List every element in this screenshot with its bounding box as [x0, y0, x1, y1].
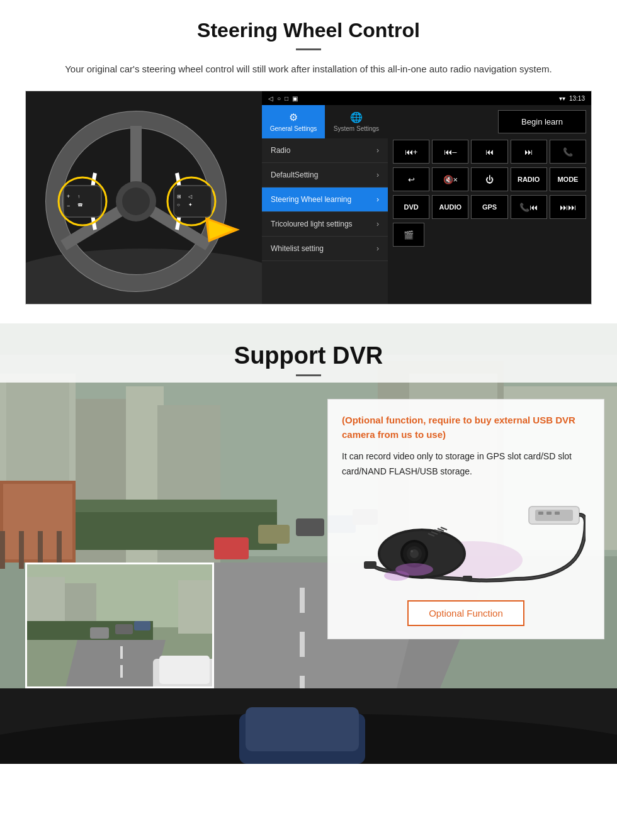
svg-marker-61: [65, 640, 166, 688]
svg-rect-66: [159, 656, 210, 684]
svg-text:−: −: [67, 203, 70, 209]
menu-item-defaultsetting[interactable]: DefaultSetting ›: [262, 163, 388, 188]
android-controls: Begin learn ⏮+ ⏮– ⏮ ⏭ 📞 ↩ 🔇× ⏻: [388, 105, 591, 304]
svg-rect-34: [300, 588, 305, 613]
tab-general-label: General Settings: [270, 125, 317, 132]
status-time: 13:13: [569, 95, 585, 102]
svg-line-86: [441, 527, 447, 530]
ctrl-camera[interactable]: 🎬: [393, 223, 424, 247]
signal-icon: ▾▾: [559, 95, 565, 102]
svg-rect-48: [19, 531, 24, 569]
svg-text:↑: ↑: [77, 194, 80, 199]
optional-function-button[interactable]: Optional Function: [407, 600, 524, 626]
dvr-background: Support DVR: [0, 323, 617, 764]
svg-point-8: [122, 188, 150, 215]
ctrl-phone[interactable]: 📞: [550, 140, 586, 164]
recents-nav-icon: □: [285, 95, 288, 102]
menu-arrow-defaultsetting: ›: [376, 171, 379, 179]
menu-item-steering-label: Steering Wheel learning: [271, 195, 351, 204]
home-nav-icon: ○: [277, 95, 281, 102]
steering-title-divider: [296, 48, 321, 50]
svg-text:+: +: [67, 193, 70, 199]
dvr-title-overlay: Support DVR: [0, 323, 617, 383]
svg-text:⊞: ⊞: [177, 194, 181, 199]
steering-section: Steering Wheel Control Your original car…: [0, 0, 617, 317]
menu-item-radio[interactable]: Radio ›: [262, 138, 388, 163]
android-menu: ⚙ General Settings 🌐 System Settings Rad…: [262, 105, 388, 304]
svg-rect-88: [463, 576, 472, 581]
ctrl-phone-next[interactable]: ⏭⏭: [550, 195, 586, 219]
android-panel: ◁ ○ □ ▣ ▾▾ 13:13 ⚙ General: [262, 91, 591, 304]
ctrl-dvd[interactable]: DVD: [393, 195, 429, 219]
begin-learn-button[interactable]: Begin learn: [498, 110, 586, 133]
ctrl-mode[interactable]: MODE: [550, 167, 586, 191]
menu-arrow-tricoloured: ›: [376, 220, 379, 228]
svg-rect-67: [120, 646, 123, 659]
android-statusbar: ◁ ○ □ ▣ ▾▾ 13:13: [262, 91, 591, 105]
menu-item-tricoloured-label: Tricoloured light settings: [271, 220, 353, 228]
svg-rect-39: [296, 518, 324, 536]
dvr-thumbnail-scene: [27, 564, 212, 686]
android-content: ⚙ General Settings 🌐 System Settings Rad…: [262, 105, 591, 304]
svg-rect-38: [258, 525, 290, 544]
menu-item-whitelist[interactable]: Whitelist setting ›: [262, 237, 388, 261]
svg-text:◁: ◁: [188, 194, 193, 199]
ctrl-next-track[interactable]: ⏭: [511, 140, 547, 164]
dvr-section: Support DVR: [0, 323, 617, 764]
menu-item-tricoloured[interactable]: Tricoloured light settings ›: [262, 212, 388, 237]
dvr-thumbnail: [25, 563, 214, 688]
ctrl-row-2: ↩ 🔇× ⏻ RADIO MODE: [393, 167, 586, 191]
ctrl-row-3: DVD AUDIO GPS 📞⏮ ⏭⏭: [393, 195, 586, 219]
ctrl-radio[interactable]: RADIO: [511, 167, 547, 191]
dvr-description: It can record video only to storage in G…: [342, 449, 590, 479]
ctrl-vol-up[interactable]: ⏮+: [393, 140, 429, 164]
svg-rect-37: [214, 537, 249, 559]
svg-rect-59: [178, 580, 214, 634]
ctrl-row-1: ⏮+ ⏮– ⏮ ⏭ 📞: [393, 140, 586, 164]
back-nav-icon: ◁: [268, 95, 273, 102]
svg-rect-62: [90, 627, 109, 639]
svg-rect-72: [546, 512, 552, 515]
ctrl-mute[interactable]: 🔇×: [432, 167, 468, 191]
menu-item-radio-label: Radio: [271, 146, 290, 155]
dvr-title-divider: [296, 374, 321, 376]
steering-photo: + − ↑ ☎ ⊞ ○ ◁ ✦: [26, 91, 262, 305]
svg-point-90: [384, 571, 409, 581]
steering-title: Steering Wheel Control: [25, 19, 592, 42]
dvr-optional-note: (Optional function, require to buy exter…: [342, 413, 590, 442]
menu-arrow-steering: ›: [376, 195, 379, 204]
svg-rect-10: [64, 186, 101, 217]
ctrl-vol-down[interactable]: ⏮–: [432, 140, 468, 164]
statusbar-left-icons: ◁ ○ □ ▣: [268, 95, 298, 102]
ctrl-prev-track[interactable]: ⏮: [471, 140, 507, 164]
tab-system-label: System Settings: [334, 125, 379, 132]
svg-rect-63: [115, 624, 133, 634]
svg-rect-73: [555, 512, 560, 515]
ctrl-phone-prev[interactable]: 📞⏮: [511, 195, 547, 219]
tab-general-settings[interactable]: ⚙ General Settings: [262, 105, 325, 138]
dvr-title: Support DVR: [0, 342, 617, 369]
menu-tab-header: ⚙ General Settings 🌐 System Settings: [262, 105, 388, 138]
ctrl-row-4: 🎬: [393, 223, 586, 247]
menu-item-defaultsetting-label: DefaultSetting: [271, 171, 318, 179]
menu-item-steering-wheel[interactable]: Steering Wheel learning ›: [262, 188, 388, 212]
menu-arrow-radio: ›: [376, 146, 379, 155]
steering-composite: + − ↑ ☎ ⊞ ○ ◁ ✦ ◁ ○: [25, 91, 592, 305]
dvr-info-card: (Optional function, require to buy exter…: [327, 399, 604, 639]
cast-icon: ▣: [292, 95, 298, 102]
ctrl-back[interactable]: ↩: [393, 167, 429, 191]
ctrl-power[interactable]: ⏻: [471, 167, 507, 191]
ctrl-audio[interactable]: AUDIO: [432, 195, 468, 219]
svg-rect-54: [246, 707, 359, 751]
tab-system-settings[interactable]: 🌐 System Settings: [325, 105, 388, 138]
begin-learn-row: Begin learn: [393, 110, 586, 133]
svg-text:✦: ✦: [188, 202, 193, 208]
svg-rect-87: [364, 561, 376, 569]
svg-point-81: [410, 550, 413, 552]
svg-rect-35: [300, 632, 305, 657]
ctrl-gps[interactable]: GPS: [471, 195, 507, 219]
dvr-camera-svg: [346, 491, 586, 588]
svg-text:☎: ☎: [77, 203, 83, 207]
steering-wheel-svg: + − ↑ ☎ ⊞ ○ ◁ ✦: [26, 91, 262, 305]
svg-rect-68: [120, 665, 123, 678]
